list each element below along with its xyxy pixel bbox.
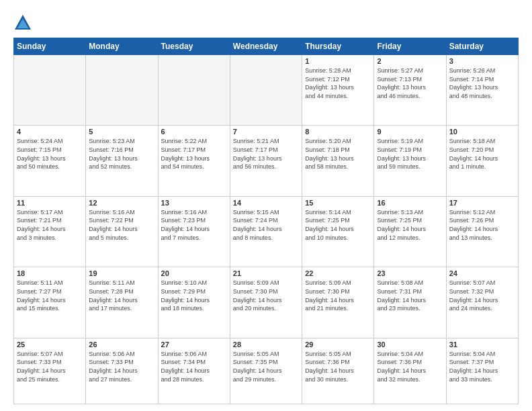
calendar-header: SundayMondayTuesdayWednesdayThursdayFrid… [14,38,519,55]
calendar-cell: 30Sunrise: 5:04 AM Sunset: 7:36 PM Dayli… [374,338,446,404]
calendar-cell: 5Sunrise: 5:23 AM Sunset: 7:16 PM Daylig… [86,126,158,196]
calendar-table: SundayMondayTuesdayWednesdayThursdayFrid… [13,38,519,404]
calendar-cell: 9Sunrise: 5:19 AM Sunset: 7:19 PM Daylig… [374,126,446,196]
calendar-cell: 1Sunrise: 5:28 AM Sunset: 7:12 PM Daylig… [302,55,374,126]
day-number: 15 [305,199,371,207]
day-info: Sunrise: 5:08 AM Sunset: 7:31 PM Dayligh… [377,279,443,312]
day-number: 25 [17,340,83,349]
calendar-cell: 13Sunrise: 5:16 AM Sunset: 7:23 PM Dayli… [158,196,230,267]
day-info: Sunrise: 5:19 AM Sunset: 7:19 PM Dayligh… [377,137,443,171]
header-cell-thursday: Thursday [302,38,374,55]
day-number: 14 [233,199,299,207]
week-row-3: 18Sunrise: 5:11 AM Sunset: 7:27 PM Dayli… [14,267,519,338]
day-number: 12 [89,199,154,207]
day-info: Sunrise: 5:05 AM Sunset: 7:36 PM Dayligh… [305,350,371,383]
day-number: 26 [89,340,154,349]
day-info: Sunrise: 5:27 AM Sunset: 7:13 PM Dayligh… [377,66,443,100]
calendar-cell [230,55,302,126]
calendar-cell: 28Sunrise: 5:05 AM Sunset: 7:35 PM Dayli… [230,338,302,404]
calendar-cell: 4Sunrise: 5:24 AM Sunset: 7:15 PM Daylig… [14,126,86,196]
day-info: Sunrise: 5:04 AM Sunset: 7:37 PM Dayligh… [449,350,515,383]
day-info: Sunrise: 5:22 AM Sunset: 7:17 PM Dayligh… [161,137,227,171]
calendar-cell: 24Sunrise: 5:07 AM Sunset: 7:32 PM Dayli… [446,267,518,338]
day-info: Sunrise: 5:28 AM Sunset: 7:12 PM Dayligh… [305,66,371,100]
calendar-cell: 2Sunrise: 5:27 AM Sunset: 7:13 PM Daylig… [374,55,446,126]
day-number: 2 [377,57,443,65]
day-info: Sunrise: 5:06 AM Sunset: 7:33 PM Dayligh… [89,350,154,383]
calendar-cell: 26Sunrise: 5:06 AM Sunset: 7:33 PM Dayli… [86,338,158,404]
day-number: 3 [449,57,515,65]
header-cell-monday: Monday [86,38,158,55]
day-number: 4 [17,128,83,136]
day-info: Sunrise: 5:13 AM Sunset: 7:25 PM Dayligh… [377,208,443,242]
calendar-cell: 12Sunrise: 5:16 AM Sunset: 7:22 PM Dayli… [86,196,158,267]
day-info: Sunrise: 5:26 AM Sunset: 7:14 PM Dayligh… [449,66,515,100]
day-info: Sunrise: 5:07 AM Sunset: 7:32 PM Dayligh… [449,279,515,312]
day-info: Sunrise: 5:14 AM Sunset: 7:25 PM Dayligh… [305,208,371,242]
day-info: Sunrise: 5:21 AM Sunset: 7:17 PM Dayligh… [233,137,299,171]
day-info: Sunrise: 5:16 AM Sunset: 7:23 PM Dayligh… [161,208,227,242]
day-number: 18 [17,269,83,277]
day-number: 16 [377,199,443,207]
day-number: 1 [305,57,371,65]
calendar-cell [14,55,86,126]
week-row-2: 11Sunrise: 5:17 AM Sunset: 7:21 PM Dayli… [14,196,519,267]
day-info: Sunrise: 5:15 AM Sunset: 7:24 PM Dayligh… [233,208,299,242]
day-number: 29 [305,340,371,349]
day-info: Sunrise: 5:06 AM Sunset: 7:34 PM Dayligh… [161,350,227,383]
logo [13,12,35,32]
calendar-cell: 3Sunrise: 5:26 AM Sunset: 7:14 PM Daylig… [446,55,518,126]
calendar-cell: 15Sunrise: 5:14 AM Sunset: 7:25 PM Dayli… [302,196,374,267]
calendar-cell: 25Sunrise: 5:07 AM Sunset: 7:33 PM Dayli… [14,338,86,404]
day-info: Sunrise: 5:10 AM Sunset: 7:29 PM Dayligh… [161,279,227,312]
calendar-cell [158,55,230,126]
day-number: 5 [89,128,154,136]
calendar-cell: 31Sunrise: 5:04 AM Sunset: 7:37 PM Dayli… [446,338,518,404]
day-number: 13 [161,199,227,207]
calendar-cell: 14Sunrise: 5:15 AM Sunset: 7:24 PM Dayli… [230,196,302,267]
calendar-body: 1Sunrise: 5:28 AM Sunset: 7:12 PM Daylig… [14,55,519,404]
calendar-cell: 22Sunrise: 5:09 AM Sunset: 7:30 PM Dayli… [302,267,374,338]
header-cell-wednesday: Wednesday [230,38,302,55]
calendar-cell: 18Sunrise: 5:11 AM Sunset: 7:27 PM Dayli… [14,267,86,338]
calendar-cell: 27Sunrise: 5:06 AM Sunset: 7:34 PM Dayli… [158,338,230,404]
day-number: 7 [233,128,299,136]
week-row-1: 4Sunrise: 5:24 AM Sunset: 7:15 PM Daylig… [14,126,519,196]
calendar-cell: 23Sunrise: 5:08 AM Sunset: 7:31 PM Dayli… [374,267,446,338]
day-info: Sunrise: 5:07 AM Sunset: 7:33 PM Dayligh… [17,350,83,383]
day-number: 24 [449,269,515,277]
page: SundayMondayTuesdayWednesdayThursdayFrid… [0,0,532,411]
day-info: Sunrise: 5:20 AM Sunset: 7:18 PM Dayligh… [305,137,371,171]
calendar-cell: 6Sunrise: 5:22 AM Sunset: 7:17 PM Daylig… [158,126,230,196]
day-number: 17 [449,199,515,207]
header-row: SundayMondayTuesdayWednesdayThursdayFrid… [14,38,519,55]
day-number: 30 [377,340,443,349]
day-info: Sunrise: 5:04 AM Sunset: 7:36 PM Dayligh… [377,350,443,383]
day-number: 23 [377,269,443,277]
day-number: 8 [305,128,371,136]
day-number: 9 [377,128,443,136]
day-info: Sunrise: 5:12 AM Sunset: 7:26 PM Dayligh… [449,208,515,242]
day-info: Sunrise: 5:09 AM Sunset: 7:30 PM Dayligh… [305,279,371,312]
day-info: Sunrise: 5:18 AM Sunset: 7:20 PM Dayligh… [449,137,515,171]
day-number: 11 [17,199,83,207]
header-cell-saturday: Saturday [446,38,518,55]
day-number: 20 [161,269,227,277]
calendar-cell [86,55,158,126]
day-number: 6 [161,128,227,136]
week-row-0: 1Sunrise: 5:28 AM Sunset: 7:12 PM Daylig… [14,55,519,126]
calendar-cell: 7Sunrise: 5:21 AM Sunset: 7:17 PM Daylig… [230,126,302,196]
calendar-cell: 11Sunrise: 5:17 AM Sunset: 7:21 PM Dayli… [14,196,86,267]
logo-icon [13,13,32,32]
day-info: Sunrise: 5:17 AM Sunset: 7:21 PM Dayligh… [17,208,83,242]
day-number: 27 [161,340,227,349]
calendar-cell: 29Sunrise: 5:05 AM Sunset: 7:36 PM Dayli… [302,338,374,404]
day-number: 19 [89,269,154,277]
day-info: Sunrise: 5:09 AM Sunset: 7:30 PM Dayligh… [233,279,299,312]
calendar-cell: 21Sunrise: 5:09 AM Sunset: 7:30 PM Dayli… [230,267,302,338]
day-info: Sunrise: 5:05 AM Sunset: 7:35 PM Dayligh… [233,350,299,383]
week-row-4: 25Sunrise: 5:07 AM Sunset: 7:33 PM Dayli… [14,338,519,404]
header [13,12,519,32]
calendar-cell: 19Sunrise: 5:11 AM Sunset: 7:28 PM Dayli… [86,267,158,338]
calendar-cell: 17Sunrise: 5:12 AM Sunset: 7:26 PM Dayli… [446,196,518,267]
